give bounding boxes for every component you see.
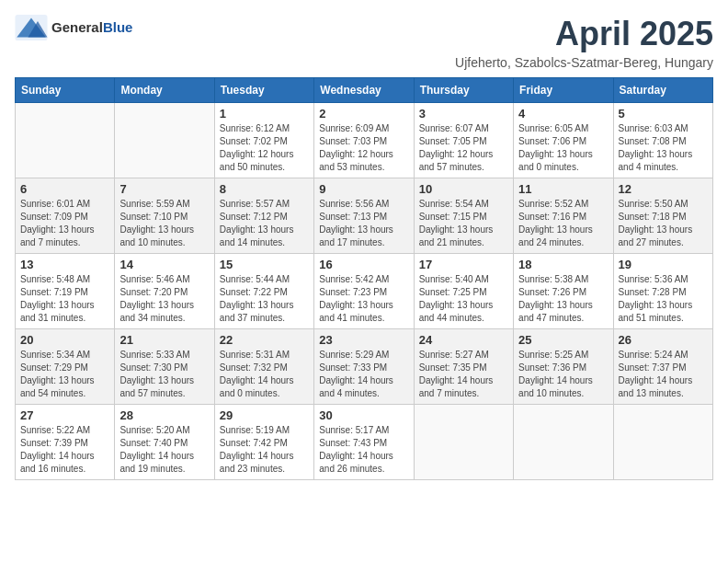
- day-info: Sunrise: 5:36 AM Sunset: 7:28 PM Dayligh…: [619, 273, 708, 325]
- calendar-cell: [514, 405, 613, 480]
- calendar-cell: 9Sunrise: 5:56 AM Sunset: 7:13 PM Daylig…: [314, 178, 414, 254]
- day-info: Sunrise: 6:12 AM Sunset: 7:02 PM Dayligh…: [220, 122, 309, 174]
- day-number: 21: [119, 333, 209, 347]
- location-title: Ujfeherto, Szabolcs-Szatmar-Bereg, Hunga…: [455, 55, 713, 70]
- day-number: 28: [119, 408, 209, 422]
- week-row-4: 20Sunrise: 5:34 AM Sunset: 7:29 PM Dayli…: [16, 329, 713, 405]
- day-number: 12: [619, 182, 708, 196]
- day-info: Sunrise: 5:29 AM Sunset: 7:33 PM Dayligh…: [319, 349, 408, 400]
- day-number: 23: [319, 333, 408, 347]
- day-number: 14: [119, 258, 209, 271]
- day-number: 19: [619, 258, 708, 271]
- day-info: Sunrise: 5:25 AM Sunset: 7:36 PM Dayligh…: [518, 349, 608, 400]
- day-info: Sunrise: 5:34 AM Sunset: 7:29 PM Dayligh…: [20, 349, 109, 400]
- day-info: Sunrise: 5:44 AM Sunset: 7:22 PM Dayligh…: [220, 273, 309, 325]
- day-info: Sunrise: 6:01 AM Sunset: 7:09 PM Dayligh…: [20, 198, 109, 249]
- day-info: Sunrise: 5:46 AM Sunset: 7:20 PM Dayligh…: [119, 273, 209, 325]
- day-number: 15: [220, 258, 309, 271]
- weekday-header-row: SundayMondayTuesdayWednesdayThursdayFrid…: [16, 78, 713, 103]
- calendar-cell: 19Sunrise: 5:36 AM Sunset: 7:28 PM Dayli…: [613, 254, 712, 329]
- day-info: Sunrise: 5:59 AM Sunset: 7:10 PM Dayligh…: [119, 198, 209, 249]
- weekday-header-wednesday: Wednesday: [314, 78, 414, 103]
- week-row-2: 6Sunrise: 6:01 AM Sunset: 7:09 PM Daylig…: [16, 178, 713, 254]
- day-number: 9: [319, 182, 408, 196]
- weekday-header-thursday: Thursday: [414, 78, 513, 103]
- day-info: Sunrise: 5:22 AM Sunset: 7:39 PM Dayligh…: [20, 424, 109, 476]
- title-area: April 2025 Ujfeherto, Szabolcs-Szatmar-B…: [455, 15, 713, 70]
- day-number: 24: [419, 333, 508, 347]
- day-info: Sunrise: 5:57 AM Sunset: 7:12 PM Dayligh…: [220, 198, 309, 249]
- day-number: 7: [119, 182, 209, 196]
- calendar-cell: 22Sunrise: 5:31 AM Sunset: 7:32 PM Dayli…: [214, 329, 313, 405]
- day-info: Sunrise: 5:56 AM Sunset: 7:13 PM Dayligh…: [319, 198, 408, 249]
- calendar-cell: 7Sunrise: 5:59 AM Sunset: 7:10 PM Daylig…: [115, 178, 214, 254]
- calendar-cell: 13Sunrise: 5:48 AM Sunset: 7:19 PM Dayli…: [16, 254, 115, 329]
- day-number: 26: [619, 333, 708, 347]
- calendar-cell: 17Sunrise: 5:40 AM Sunset: 7:25 PM Dayli…: [414, 254, 513, 329]
- day-info: Sunrise: 5:20 AM Sunset: 7:40 PM Dayligh…: [119, 424, 209, 476]
- calendar-cell: 16Sunrise: 5:42 AM Sunset: 7:23 PM Dayli…: [314, 254, 414, 329]
- weekday-header-monday: Monday: [115, 78, 214, 103]
- week-row-1: 1Sunrise: 6:12 AM Sunset: 7:02 PM Daylig…: [16, 103, 713, 178]
- calendar-cell: 4Sunrise: 6:05 AM Sunset: 7:06 PM Daylig…: [514, 103, 613, 178]
- day-number: 10: [419, 182, 508, 196]
- calendar-cell: 28Sunrise: 5:20 AM Sunset: 7:40 PM Dayli…: [115, 405, 214, 480]
- week-row-5: 27Sunrise: 5:22 AM Sunset: 7:39 PM Dayli…: [16, 405, 713, 480]
- week-row-3: 13Sunrise: 5:48 AM Sunset: 7:19 PM Dayli…: [16, 254, 713, 329]
- day-info: Sunrise: 5:33 AM Sunset: 7:30 PM Dayligh…: [119, 349, 209, 400]
- calendar-cell: 26Sunrise: 5:24 AM Sunset: 7:37 PM Dayli…: [613, 329, 712, 405]
- day-number: 1: [220, 107, 309, 121]
- calendar-cell: 25Sunrise: 5:25 AM Sunset: 7:36 PM Dayli…: [514, 329, 613, 405]
- day-info: Sunrise: 5:17 AM Sunset: 7:43 PM Dayligh…: [319, 424, 408, 476]
- day-info: Sunrise: 5:24 AM Sunset: 7:37 PM Dayligh…: [619, 349, 708, 400]
- calendar-cell: 11Sunrise: 5:52 AM Sunset: 7:16 PM Dayli…: [514, 178, 613, 254]
- day-number: 2: [319, 107, 408, 121]
- day-info: Sunrise: 6:07 AM Sunset: 7:05 PM Dayligh…: [419, 122, 508, 174]
- calendar-cell: 2Sunrise: 6:09 AM Sunset: 7:03 PM Daylig…: [314, 103, 414, 178]
- day-info: Sunrise: 6:05 AM Sunset: 7:06 PM Dayligh…: [518, 122, 608, 174]
- calendar-cell: 10Sunrise: 5:54 AM Sunset: 7:15 PM Dayli…: [414, 178, 513, 254]
- day-info: Sunrise: 6:09 AM Sunset: 7:03 PM Dayligh…: [319, 122, 408, 174]
- calendar-cell: 15Sunrise: 5:44 AM Sunset: 7:22 PM Dayli…: [214, 254, 313, 329]
- calendar-cell: [613, 405, 712, 480]
- day-number: 27: [20, 408, 109, 422]
- logo-text-blue: Blue: [103, 19, 133, 35]
- day-number: 29: [220, 408, 309, 422]
- day-number: 30: [319, 408, 408, 422]
- day-info: Sunrise: 6:03 AM Sunset: 7:08 PM Dayligh…: [619, 122, 708, 174]
- calendar-cell: 8Sunrise: 5:57 AM Sunset: 7:12 PM Daylig…: [214, 178, 313, 254]
- calendar-cell: 3Sunrise: 6:07 AM Sunset: 7:05 PM Daylig…: [414, 103, 513, 178]
- weekday-header-tuesday: Tuesday: [214, 78, 313, 103]
- day-number: 22: [220, 333, 309, 347]
- month-title: April 2025: [455, 15, 713, 53]
- calendar-cell: 20Sunrise: 5:34 AM Sunset: 7:29 PM Dayli…: [16, 329, 115, 405]
- calendar-cell: 24Sunrise: 5:27 AM Sunset: 7:35 PM Dayli…: [414, 329, 513, 405]
- logo: GeneralBlue: [15, 15, 132, 40]
- day-info: Sunrise: 5:40 AM Sunset: 7:25 PM Dayligh…: [419, 273, 508, 325]
- calendar-cell: [414, 405, 513, 480]
- day-number: 17: [419, 258, 508, 271]
- day-number: 8: [220, 182, 309, 196]
- day-number: 25: [518, 333, 608, 347]
- weekday-header-friday: Friday: [514, 78, 613, 103]
- day-info: Sunrise: 5:42 AM Sunset: 7:23 PM Dayligh…: [319, 273, 408, 325]
- calendar-cell: 1Sunrise: 6:12 AM Sunset: 7:02 PM Daylig…: [214, 103, 313, 178]
- calendar-cell: 5Sunrise: 6:03 AM Sunset: 7:08 PM Daylig…: [613, 103, 712, 178]
- logo-icon: [15, 15, 48, 40]
- day-number: 5: [619, 107, 708, 121]
- calendar: SundayMondayTuesdayWednesdayThursdayFrid…: [15, 77, 713, 480]
- day-number: 20: [20, 333, 109, 347]
- calendar-cell: 14Sunrise: 5:46 AM Sunset: 7:20 PM Dayli…: [115, 254, 214, 329]
- logo-text-general: General: [51, 19, 103, 35]
- day-info: Sunrise: 5:50 AM Sunset: 7:18 PM Dayligh…: [619, 198, 708, 249]
- day-info: Sunrise: 5:27 AM Sunset: 7:35 PM Dayligh…: [419, 349, 508, 400]
- calendar-cell: [16, 103, 115, 178]
- calendar-cell: 30Sunrise: 5:17 AM Sunset: 7:43 PM Dayli…: [314, 405, 414, 480]
- day-number: 4: [518, 107, 608, 121]
- calendar-cell: 12Sunrise: 5:50 AM Sunset: 7:18 PM Dayli…: [613, 178, 712, 254]
- day-info: Sunrise: 5:54 AM Sunset: 7:15 PM Dayligh…: [419, 198, 508, 249]
- day-info: Sunrise: 5:19 AM Sunset: 7:42 PM Dayligh…: [220, 424, 309, 476]
- day-number: 6: [20, 182, 109, 196]
- calendar-cell: 23Sunrise: 5:29 AM Sunset: 7:33 PM Dayli…: [314, 329, 414, 405]
- weekday-header-saturday: Saturday: [613, 78, 712, 103]
